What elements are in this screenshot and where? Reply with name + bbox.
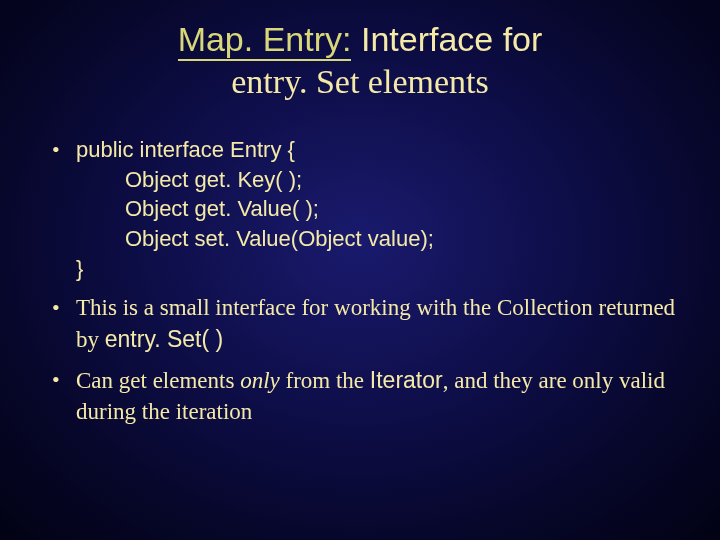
code-line-2: Object get. Key( ); [76,167,302,192]
bullet-2-code: entry. Set( ) [105,326,223,352]
title-code: Map. Entry: [178,20,352,61]
slide-title: Map. Entry: Interface for entry. Set ele… [30,18,690,103]
bullet-3-t2: from the [280,368,370,393]
bullet-3: Can get elements only from the Iterator,… [48,365,684,427]
bullet-3-iterator: Iterator [370,367,443,393]
bullet-3-t1: Can get elements [76,368,240,393]
code-block: public interface Entry { Object get. Key… [76,135,684,283]
bullet-list: public interface Entry { Object get. Key… [30,135,690,427]
title-rest: Interface for [351,20,542,58]
code-line-4: Object set. Value(Object value); [76,226,434,251]
bullet-3-only: only [240,368,280,393]
bullet-2: This is a small interface for working wi… [48,293,684,355]
code-line-3: Object get. Value( ); [76,196,319,221]
slide: Map. Entry: Interface for entry. Set ele… [0,0,720,540]
bullet-1: public interface Entry { Object get. Key… [48,135,684,283]
title-line2: entry. Set elements [30,61,690,104]
code-line-1: public interface Entry { [76,137,295,162]
code-line-5: } [76,256,83,281]
